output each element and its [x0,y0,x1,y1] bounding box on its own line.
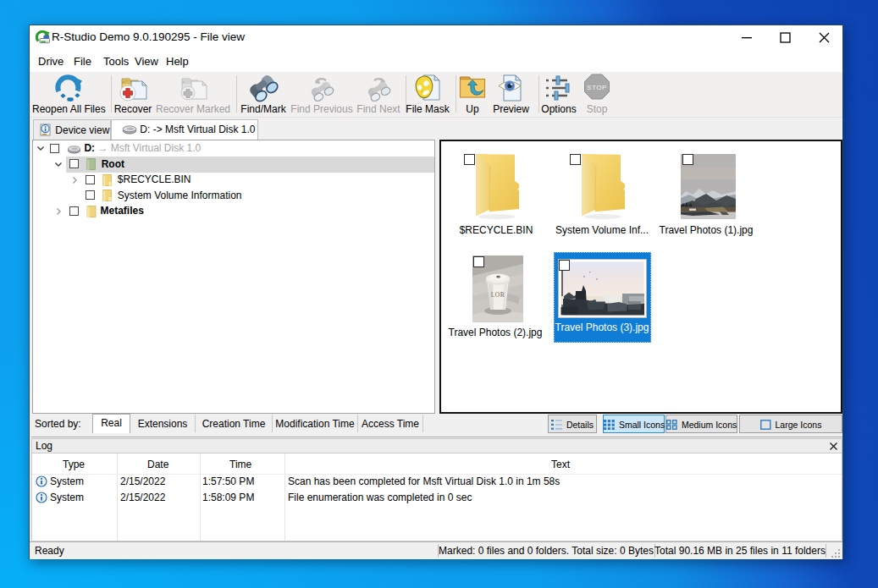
svg-text:STOP: STOP [587,84,607,91]
svg-text:LOR: LOR [491,291,505,299]
